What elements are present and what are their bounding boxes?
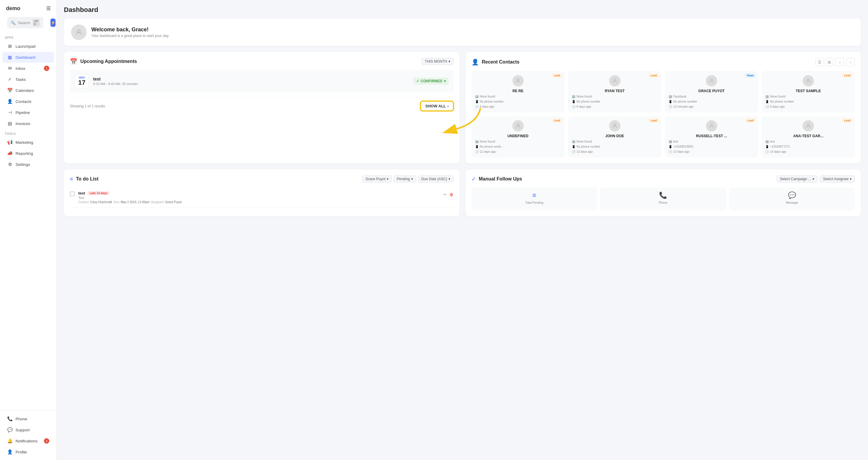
company-value: None found: [480, 140, 495, 143]
building-icon: 🏢: [475, 95, 478, 98]
company-value: None found: [577, 95, 592, 98]
contact-time: 🕐 14 days ago: [765, 150, 851, 153]
contact-name: RYAN TEST: [604, 89, 624, 93]
contact-card-russelltest[interactable]: Lead RUSSELL-TEST ... 🏢 test 📱 +19188524…: [665, 116, 758, 158]
select-campaign-btn[interactable]: Select Campaign ... ▾: [777, 175, 817, 183]
todo-due: May 2 2023, 11:00pm: [121, 200, 150, 204]
pipeline-icon: ⊣: [7, 110, 12, 115]
sidebar-item-settings[interactable]: ⚙ Settings: [2, 159, 54, 170]
select-assignee-btn[interactable]: Select Assignee ▾: [820, 175, 855, 183]
time-value: 6 days ago: [577, 105, 591, 108]
contacts-next-btn[interactable]: ›: [846, 58, 855, 66]
chevron-down-icon: ▾: [812, 177, 814, 181]
sidebar-item-label: Contacts: [16, 99, 31, 104]
follow-up-stats-grid: ≡ Total Pending 📞 Phone 💬 Message: [471, 187, 855, 210]
contact-company: 🏢 None found: [572, 95, 658, 98]
search-bar[interactable]: 🔍 Search ctrl K: [7, 17, 43, 28]
todo-filter-sort[interactable]: Due Date (ASC) ▾: [418, 175, 454, 183]
sidebar-item-launchpad[interactable]: ⊞ Launchpad: [2, 41, 54, 52]
sidebar-item-label: Launchpad: [16, 44, 35, 48]
confirmed-badge[interactable]: ✓ CONFIRMED ▾: [413, 77, 449, 85]
contact-card-testsample[interactable]: Lead TEST SAMPLE 🏢 None found 📱 No phone…: [762, 71, 855, 112]
sidebar-bottom: 📞 Phone 💬 Support 🔔 Notifications 4 👤 Pr…: [0, 410, 56, 460]
appointment-item: WED 17 test 8:10 AM - 8:40 AM, 30 minute…: [70, 70, 454, 93]
contact-company: 🏢 None found: [475, 140, 561, 143]
contact-avatar: [609, 75, 620, 87]
sidebar-item-calendars[interactable]: 📅 Calendars: [2, 85, 54, 96]
day-number: 17: [78, 79, 86, 86]
sidebar-item-notifications[interactable]: 🔔 Notifications 4: [2, 435, 54, 446]
time-value: 13 days ago: [673, 150, 690, 153]
delete-icon[interactable]: 🗑: [450, 192, 454, 197]
sidebar-item-label: Settings: [16, 162, 30, 167]
sort-label: Due Date (ASC): [421, 177, 447, 181]
hamburger-icon[interactable]: ☰: [46, 6, 51, 11]
sidebar-item-tasks[interactable]: ✓ Tasks: [2, 74, 54, 85]
contact-phone: 📱 No phone number: [572, 100, 658, 103]
sidebar-item-phone[interactable]: 📞 Phone: [2, 414, 54, 424]
contact-card-undefined[interactable]: Lead UNDEFINED 🏢 None found 📱 No phone n…: [471, 116, 565, 158]
follow-ups-card: ✓ Manual Follow Ups Select Campaign ... …: [465, 169, 861, 216]
phone-icon: 📱: [765, 145, 769, 148]
status-label: Pending: [397, 177, 410, 181]
phone-value: No phone numb...: [480, 145, 504, 148]
sidebar-item-contacts[interactable]: 👤 Contacts: [2, 96, 54, 107]
clock-icon: 🕐: [765, 150, 769, 153]
clock-icon: 🕐: [475, 105, 478, 108]
contact-phone: 📱 +19184977271: [765, 145, 851, 148]
svg-point-9: [807, 124, 809, 126]
show-all-button[interactable]: SHOW ALL ›: [421, 101, 453, 111]
contact-avatar: [803, 75, 814, 87]
lightning-button[interactable]: ⚡: [51, 19, 56, 27]
filter-label: THIS MONTH: [425, 59, 447, 64]
chevron-down-icon: ▾: [448, 59, 450, 64]
list-view-btn[interactable]: ☰: [815, 58, 824, 66]
sidebar-item-label: Profile: [16, 450, 27, 454]
lead-badge: Lead: [842, 119, 852, 123]
svg-point-7: [614, 124, 616, 126]
contact-card-anatest[interactable]: Lead ANA-TEST GAR... 🏢 test 📱 +191849772…: [762, 116, 855, 158]
todo-meta: Contact: Cissy Hutchcraft Due: May 2 202…: [78, 200, 440, 204]
time-value: 4 days ago: [480, 105, 494, 108]
contact-time: 🕐 12 days ago: [475, 150, 561, 153]
contact-time: 🕐 13 days ago: [669, 150, 754, 153]
todo-card-header: ≡ To do List Grace Puyot ▾ Pending ▾ Due…: [70, 175, 454, 183]
profile-icon: 👤: [7, 449, 12, 455]
appointments-filter-btn[interactable]: THIS MONTH ▾: [422, 58, 454, 65]
clock-icon: 🕐: [475, 150, 478, 153]
todo-card: ≡ To do List Grace Puyot ▾ Pending ▾ Due…: [64, 169, 460, 216]
search-shortcut: ctrl K: [33, 19, 39, 26]
contacts-prev-btn[interactable]: ‹: [836, 58, 844, 66]
building-icon: 🏢: [669, 140, 672, 143]
sidebar-item-pipeline[interactable]: ⊣ Pipeline: [2, 107, 54, 118]
settings-icon: ⚙: [7, 162, 12, 167]
contacts-title: Recent Contacts: [482, 59, 813, 65]
company-value: test: [770, 140, 775, 143]
todo-filter-assignee[interactable]: Grace Puyot ▾: [362, 175, 392, 183]
chevron-down-icon: ▾: [444, 79, 446, 83]
todo-checkbox[interactable]: [70, 192, 75, 196]
building-icon: 🏢: [475, 140, 478, 143]
contacts-card-icon: 👤: [471, 59, 479, 66]
contact-card-gracepuyot[interactable]: Team GRACE PUYOT 🏢 Facebook 📱 No phone n…: [665, 71, 758, 112]
edit-icon[interactable]: ✏: [443, 192, 447, 197]
phone-value: No phone number: [770, 100, 794, 103]
appointment-info: test 8:10 AM - 8:40 AM, 30 minutes: [93, 77, 409, 86]
sidebar-item-dashboard[interactable]: ▦ Dashboard: [2, 52, 54, 63]
todo-filter-status[interactable]: Pending ▾: [394, 175, 416, 183]
contact-card-johndoe[interactable]: Lead JOHN DOE 🏢 None found 📱 No phone nu…: [568, 116, 661, 158]
contact-card-ryantest[interactable]: Lead RYAN TEST 🏢 None found 📱 No phone n…: [568, 71, 661, 112]
showing-text: Showing 1 of 1 results: [70, 104, 105, 108]
contact-card-rere[interactable]: Lead RE RE 🏢 None found 📱 No phone numbe…: [471, 71, 565, 112]
sidebar-item-support[interactable]: 💬 Support: [2, 425, 54, 435]
sidebar-item-reporting[interactable]: 📣 Reporting: [2, 148, 54, 159]
grid-view-btn[interactable]: ⊞: [825, 58, 833, 66]
sidebar-item-marketing[interactable]: 📢 Marketing: [2, 137, 54, 148]
sidebar-item-invoices[interactable]: ▤ Invoices: [2, 118, 54, 129]
sidebar-logo: demo ☰: [0, 0, 56, 14]
building-icon: 🏢: [572, 140, 576, 143]
todo-content: test Late 14 days Test Contact: Cissy Hu…: [78, 191, 440, 204]
lead-badge: Lead: [649, 73, 659, 77]
sidebar-item-inbox[interactable]: ✉ Inbox 1: [2, 63, 54, 74]
sidebar-item-profile[interactable]: 👤 Profile: [2, 447, 54, 457]
